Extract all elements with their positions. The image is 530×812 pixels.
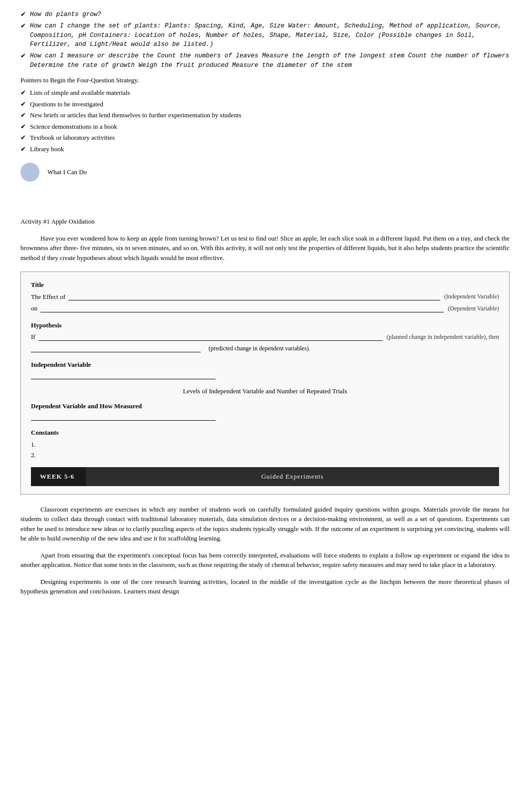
predicted-change-label: (predicted change in dependent variables… [209, 344, 310, 353]
if-label: If [31, 332, 35, 342]
simple-list-item-5: ✔ Textbook or laboratory activities [20, 133, 510, 143]
hypothesis-heading: Hypothesis [31, 320, 499, 330]
simple-list-label-5: Textbook or laboratory activities [30, 133, 115, 143]
bullet-main-1: How do plants grow? [30, 11, 101, 18]
what-i-can-do-section: What I Can Do [20, 163, 510, 182]
guided-section: Classroom experiments are exercises in w… [20, 505, 510, 596]
week-label: WEEK 5-6 [31, 467, 86, 486]
bullet-item-1: ✔ How do plants grow? [20, 10, 510, 19]
pointers-heading: Pointers to Begin the Four-Question Stra… [20, 75, 510, 85]
guided-paragraph-2: Apart from ensuring that the experiment'… [20, 550, 510, 570]
hypothesis-predicted-line: (predicted change in dependent variables… [31, 344, 499, 353]
lab-title-heading: Title [31, 280, 499, 290]
lab-effect-line: The Effect of (Independent Variable) [31, 292, 499, 302]
independent-variable-label: (Independent Variable) [444, 292, 499, 301]
lab-independent-section: Independent Variable [31, 360, 499, 380]
on-label: on [31, 303, 37, 313]
spacer-1 [20, 197, 510, 212]
checkmark-3: ✔ [20, 51, 26, 61]
planned-change-label: (planned change in independent variable)… [387, 332, 499, 341]
checkmark-1: ✔ [20, 10, 26, 19]
independent-variable-field[interactable] [31, 371, 216, 379]
constant-item-2: 2. [31, 450, 499, 460]
what-i-can-do-label: What I Can Do [47, 167, 87, 177]
dependent-variable-heading: Dependent Variable and How Measured [31, 401, 499, 411]
simple-list-label-3: New briefs or articles that lend themsel… [30, 110, 241, 120]
simple-list-item-4: ✔ Science demonstrations in a book [20, 122, 510, 132]
effect-of-label: The Effect of [31, 292, 65, 302]
lab-title-section: Title The Effect of (Independent Variabl… [31, 280, 499, 313]
bullet-item-2: ✔ How can I change the set of plants: Pl… [20, 21, 510, 49]
checkmark-s6: ✔ [20, 144, 26, 154]
guided-paragraph-1: Classroom experiments are exercises in w… [20, 505, 510, 543]
simple-list: ✔ Lists of simple and available material… [20, 88, 510, 154]
bullet-item-3: ✔ How can I measure or describe the Coun… [20, 51, 510, 70]
levels-label: Levels of Independent Variable and Numbe… [31, 386, 499, 396]
checkmark-s5: ✔ [20, 133, 26, 143]
dependent-variable-field[interactable] [31, 413, 216, 421]
predicted-field[interactable] [31, 344, 201, 352]
lab-hypothesis-section: Hypothesis If (planned change in indepen… [31, 320, 499, 353]
lab-on-line: on (Dependent Variable) [31, 303, 499, 313]
simple-list-label-1: Lists of simple and available materials [30, 88, 130, 98]
constants-heading: Constants [31, 428, 499, 438]
lab-constants-section: Constants 1. 2. [31, 428, 499, 460]
page-content: ✔ How do plants grow? ✔ How can I change… [20, 10, 510, 596]
week-bar: WEEK 5-6 Guided Experiments [31, 467, 499, 486]
constant-item-1: 1. [31, 440, 499, 450]
lab-dependent-section: Dependent Variable and How Measured [31, 401, 499, 421]
activity-title: Activity #1 Apple Oxidation [20, 217, 510, 227]
constants-list: 1. 2. [31, 440, 499, 460]
independent-variable-heading: Independent Variable [31, 360, 499, 370]
checkmark-s2: ✔ [20, 99, 26, 109]
bullet-text-3: How can I measure or describe the Count … [30, 51, 510, 70]
simple-list-label-4: Science demonstrations in a book [30, 122, 117, 132]
bullet-list: ✔ How do plants grow? ✔ How can I change… [20, 10, 510, 70]
effect-of-field[interactable] [68, 292, 440, 300]
week-title: Guided Experiments [86, 472, 499, 482]
lab-box: Title The Effect of (Independent Variabl… [20, 271, 510, 495]
simple-list-item-2: ✔ Questions to be investigated [20, 99, 510, 109]
simple-list-label-2: Questions to be investigated [30, 99, 103, 109]
simple-list-item-6: ✔ Library book [20, 144, 510, 154]
what-i-can-do-icon [20, 163, 39, 182]
hypothesis-if-line: If (planned change in independent variab… [31, 332, 499, 342]
simple-list-label-6: Library book [30, 144, 64, 154]
simple-list-item-3: ✔ New briefs or articles that lend thems… [20, 110, 510, 120]
if-field[interactable] [38, 333, 383, 341]
checkmark-s1: ✔ [20, 88, 26, 98]
bullet-text-2: How can I change the set of plants: Plan… [30, 21, 510, 49]
checkmark-s4: ✔ [20, 122, 26, 132]
checkmark-2: ✔ [20, 21, 26, 31]
activity-description: Have you ever wondered how to keep an ap… [20, 234, 510, 263]
simple-list-item-1: ✔ Lists of simple and available material… [20, 88, 510, 98]
dependent-variable-label: (Dependent Variable) [448, 304, 499, 313]
on-field[interactable] [40, 304, 444, 312]
bullet-text-1: How do plants grow? [30, 10, 510, 19]
checkmark-s3: ✔ [20, 110, 26, 120]
guided-paragraph-3: Designing experiments is one of the core… [20, 577, 510, 596]
